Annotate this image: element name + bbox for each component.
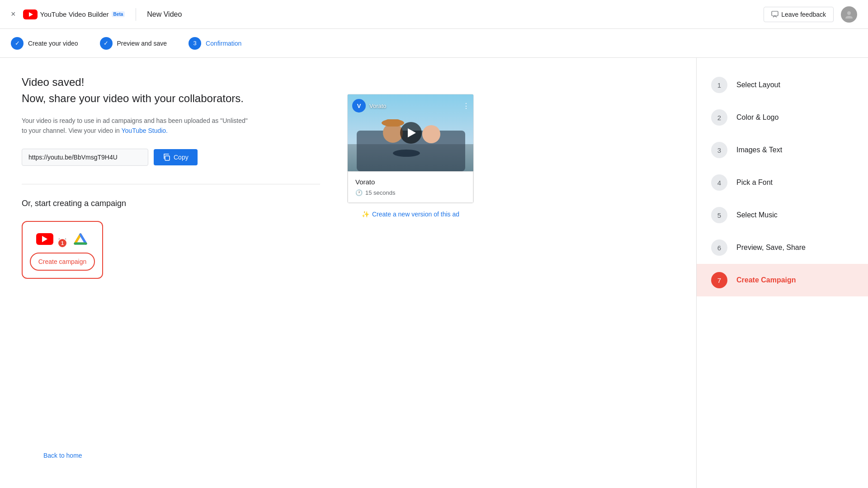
section-divider <box>22 184 320 184</box>
youtube-logo: YouTube Video Builder Beta <box>23 9 125 19</box>
step-1-circle: ✓ <box>11 37 24 50</box>
campaign-card: ··· 1 Create campaign <box>22 221 103 279</box>
video-channel-bar: V Vorato ⋮ <box>352 99 470 113</box>
close-button[interactable]: × <box>11 9 16 19</box>
sidebar-step-1-label: Select Layout <box>736 81 780 89</box>
channel-info: V Vorato <box>352 99 387 113</box>
content-area: Video saved! Now, share your video with … <box>0 58 696 488</box>
sidebar-step-6-label: Preview, Save, Share <box>736 244 806 252</box>
step-1[interactable]: ✓ Create your video <box>11 37 78 50</box>
video-title: Vorato <box>355 178 466 186</box>
sidebar-step-4[interactable]: 4 Pick a Font <box>697 166 868 199</box>
sidebar-step-3[interactable]: 3 Images & Text <box>697 134 868 166</box>
svg-point-3 <box>847 11 851 15</box>
notification-badge: 1 <box>57 238 67 248</box>
back-to-home-link[interactable]: Back to home <box>43 452 82 459</box>
svg-rect-10 <box>385 119 401 127</box>
feedback-icon <box>771 11 778 18</box>
sidebar-step-7[interactable]: 7 Create Campaign <box>697 264 868 296</box>
desc-text-2: to your channel. View your video in <box>22 127 120 134</box>
step-3-circle: 3 <box>189 37 201 50</box>
campaign-section-title: Or, start creating a campaign <box>22 199 320 208</box>
logo-area: YouTube Video Builder Beta New Video <box>23 8 182 21</box>
progress-bar: ✓ Create your video ✓ Preview and save 3… <box>0 29 868 58</box>
sidebar-step-4-circle: 4 <box>711 174 727 191</box>
sidebar-step-5[interactable]: 5 Select Music <box>697 199 868 231</box>
sidebar-step-4-label: Pick a Font <box>736 178 773 187</box>
sidebar-step-2-label: Color & Logo <box>736 113 778 122</box>
leave-feedback-button[interactable]: Leave feedback <box>764 7 834 22</box>
video-duration: 🕐 15 seconds <box>355 189 466 196</box>
avatar-icon <box>844 9 854 19</box>
header-title: New Video <box>147 10 182 19</box>
step-3-label: Confirmation <box>206 40 241 47</box>
video-saved-description: Your video is ready to use in ad campaig… <box>22 116 257 136</box>
clock-icon: 🕐 <box>355 189 363 196</box>
create-new-version-link[interactable]: ✨ Create a new version of this ad <box>347 211 474 218</box>
header-right: Leave feedback <box>764 6 857 23</box>
logo-text: YouTube Video Builder <box>40 10 109 18</box>
url-copy-row: Copy <box>22 149 320 166</box>
sidebar-step-7-label: Create Campaign <box>736 276 796 284</box>
sidebar-step-2[interactable]: 2 Color & Logo <box>697 101 868 134</box>
sidebar-step-2-circle: 2 <box>711 109 727 126</box>
video-saved-title: Video saved! <box>22 76 320 89</box>
youtube-studio-link[interactable]: YouTube Studio. <box>122 127 168 134</box>
feedback-label: Leave feedback <box>781 11 826 18</box>
video-thumbnail: V Vorato ⋮ <box>348 94 474 171</box>
header-divider <box>136 8 136 21</box>
sidebar-step-5-circle: 5 <box>711 207 727 223</box>
desc-text-1: Your video is ready to use in ad campaig… <box>22 117 248 124</box>
channel-avatar: V <box>352 99 366 113</box>
step-2-label: Preview and save <box>117 40 167 47</box>
sidebar-step-3-label: Images & Text <box>736 146 782 154</box>
channel-name: Vorato <box>369 103 387 109</box>
svg-point-11 <box>422 125 440 143</box>
svg-rect-4 <box>165 156 170 160</box>
video-preview-panel: V Vorato ⋮ Vorato 🕐 15 <box>347 94 474 470</box>
step-1-label: Create your video <box>28 40 78 47</box>
svg-rect-2 <box>772 11 778 16</box>
more-options-icon[interactable]: ⋮ <box>462 102 470 110</box>
sidebar-step-1-circle: 1 <box>711 77 727 93</box>
play-button[interactable] <box>400 122 422 144</box>
create-campaign-button[interactable]: Create campaign <box>30 253 95 271</box>
beta-badge: Beta <box>112 11 125 17</box>
sidebar-step-6[interactable]: 6 Preview, Save, Share <box>697 231 868 264</box>
magic-wand-icon: ✨ <box>362 211 369 218</box>
sidebar-step-5-label: Select Music <box>736 211 778 219</box>
copy-label: Copy <box>174 154 189 161</box>
svg-point-12 <box>393 150 420 157</box>
create-new-version: ✨ Create a new version of this ad <box>347 211 474 218</box>
main-layout: Video saved! Now, share your video with … <box>0 58 868 488</box>
google-ads-icon <box>72 231 89 247</box>
video-info-card: Vorato 🕐 15 seconds <box>348 171 473 203</box>
sidebar-step-7-circle: 7 <box>711 272 727 288</box>
step-2-circle: ✓ <box>100 37 113 50</box>
step-3[interactable]: 3 Confirmation <box>189 37 241 50</box>
copy-icon <box>163 154 170 161</box>
sidebar-step-6-circle: 6 <box>711 239 727 256</box>
left-content: Video saved! Now, share your video with … <box>22 76 320 470</box>
video-card: V Vorato ⋮ Vorato 🕐 15 <box>347 94 474 203</box>
right-sidebar: 1 Select Layout 2 Color & Logo 3 Images … <box>696 58 868 488</box>
header: × YouTube Video Builder Beta New Video L… <box>0 0 868 29</box>
copy-button[interactable]: Copy <box>154 149 198 165</box>
step-2[interactable]: ✓ Preview and save <box>100 37 167 50</box>
youtube-logo-icon <box>23 9 38 19</box>
youtube-small-icon <box>36 233 53 245</box>
play-triangle <box>408 128 416 137</box>
duration-value: 15 seconds <box>365 189 396 196</box>
sidebar-step-1[interactable]: 1 Select Layout <box>697 69 868 101</box>
sidebar-step-3-circle: 3 <box>711 142 727 158</box>
video-url-input[interactable] <box>22 149 148 166</box>
create-new-version-label: Create a new version of this ad <box>372 211 459 218</box>
user-avatar[interactable] <box>841 6 857 23</box>
video-saved-subtitle: Now, share your video with your collabor… <box>22 92 320 105</box>
play-triangle <box>42 236 47 242</box>
